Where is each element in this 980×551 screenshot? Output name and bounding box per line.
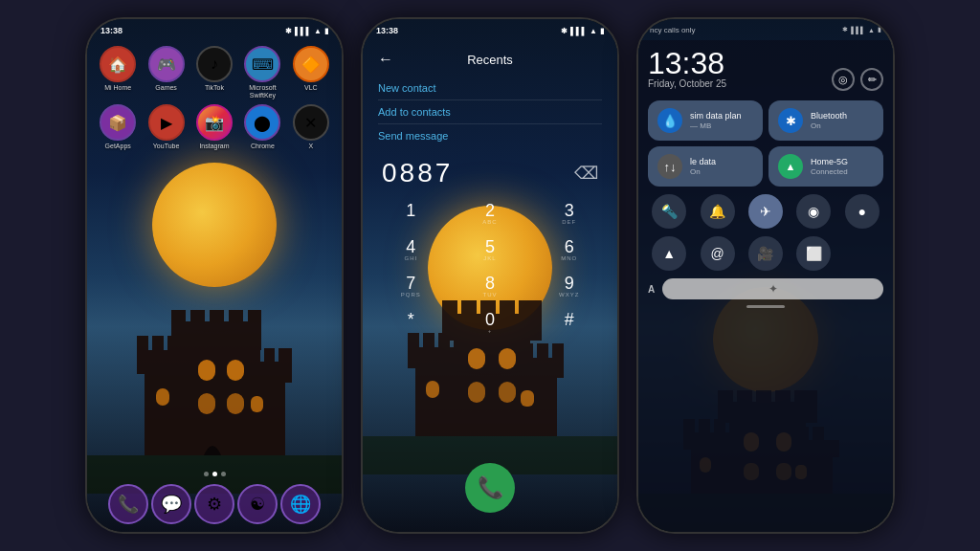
dial-key-star[interactable]: * xyxy=(372,305,450,340)
qs-toggle-flashlight[interactable]: 🔦 xyxy=(652,194,686,229)
svg-rect-9 xyxy=(137,350,198,374)
svg-rect-34 xyxy=(415,364,461,436)
app-swiftkey[interactable]: ⌨ Microsoft SwiftKey xyxy=(241,46,283,99)
dial-key-5[interactable]: 5 JKL xyxy=(452,232,529,267)
qs-toggles-row1: 🔦 🔔 ✈ ◉ ● xyxy=(648,194,883,229)
dial-key-3[interactable]: 3 DEF xyxy=(530,196,608,231)
call-button-container: 📞 xyxy=(363,463,617,513)
svg-rect-5 xyxy=(210,310,224,324)
battery-icon-dialer: ▮ xyxy=(600,27,604,35)
bluetooth-icon-dialer: ✱ xyxy=(561,27,568,35)
dial-key-9[interactable]: 9 WXYZ xyxy=(530,269,608,303)
svg-rect-10 xyxy=(137,336,148,353)
dialer-contacts: New contact Add to contacts Send message xyxy=(363,77,617,147)
qs-tile-data-plan[interactable]: 💧 sim data plan — MB xyxy=(648,100,763,141)
dial-key-6[interactable]: 6 MNO xyxy=(530,232,608,267)
svg-rect-24 xyxy=(156,388,169,406)
dial-key-hash[interactable]: # xyxy=(530,305,608,340)
svg-rect-23 xyxy=(227,393,244,414)
dialer-title: Recents xyxy=(467,53,513,67)
signal-icon-dialer: ▌▌▌ xyxy=(570,27,587,35)
qs-toggle-location[interactable]: ▲ xyxy=(652,236,686,271)
qs-toggles-row2: ▲ @ 🎥 ⬜ xyxy=(648,236,883,271)
call-button[interactable]: 📞 xyxy=(465,463,515,513)
app-x[interactable]: ✕ X xyxy=(290,104,332,150)
brightness-sun-icon: ✦ xyxy=(768,282,778,296)
dock: 📞 💬 ⚙ ☯ 🌐 xyxy=(106,484,323,524)
qs-status-icons: ✱ ▌▌▌ ▲ ▮ xyxy=(842,26,881,33)
svg-rect-19 xyxy=(278,348,292,364)
qs-toggle-eye[interactable]: ◉ xyxy=(796,194,831,229)
qs-tiles: 💧 sim data plan — MB ✱ Bluetooth On ↑↓ xyxy=(648,100,883,187)
qs-tile-mobile-icon: ↑↓ xyxy=(657,154,682,179)
app-getapps[interactable]: 📦 GetApps xyxy=(97,104,139,150)
dot-2 xyxy=(212,472,217,476)
brightness-slider[interactable]: ✦ xyxy=(662,278,883,299)
dial-key-0[interactable]: 0 + xyxy=(452,305,529,340)
qs-toggle-dnd[interactable]: 🔔 xyxy=(701,194,735,229)
svg-rect-8 xyxy=(145,369,190,455)
svg-rect-35 xyxy=(408,347,469,368)
app-games[interactable]: 🎮 Games xyxy=(145,46,187,99)
svg-rect-47 xyxy=(468,382,485,403)
dial-key-7[interactable]: 7 PQRS xyxy=(372,269,450,303)
bluetooth-icon-qs: ✱ xyxy=(842,26,848,33)
battery-icon: ▮ xyxy=(324,27,328,35)
dock-app4[interactable]: ☯ xyxy=(237,484,278,524)
status-bar-home: 13:38 ✱ ▌▌▌ ▲ ▮ xyxy=(87,19,342,42)
app-vlc[interactable]: 🔶 VLC xyxy=(290,46,332,99)
svg-rect-39 xyxy=(513,374,557,436)
status-bar-qs: ncy calls only ✱ ▌▌▌ ▲ ▮ xyxy=(638,19,893,40)
svg-rect-49 xyxy=(426,381,439,398)
dial-key-2[interactable]: 2 ABC xyxy=(452,196,529,231)
add-to-contacts-action[interactable]: Add to contacts xyxy=(378,100,602,124)
app-chrome[interactable]: ⬤ Chrome xyxy=(241,104,283,150)
dock-settings[interactable]: ⚙ xyxy=(194,484,234,524)
dial-key-4[interactable]: 4 GHI xyxy=(372,232,450,267)
svg-rect-21 xyxy=(227,360,244,381)
qs-emergency-notice: ncy calls only xyxy=(650,26,696,34)
dial-key-8[interactable]: 8 TUV xyxy=(452,269,529,303)
phone-home: 13:38 ✱ ▌▌▌ ▲ ▮ 🏠 Mi Home 🎮 Games ♪ TikT… xyxy=(85,17,344,534)
qs-settings-icon[interactable]: ✏ xyxy=(860,68,883,91)
qs-toggle-bt2[interactable]: ● xyxy=(845,194,880,229)
quick-settings-panel: 13:38 Friday, October 25 ◎ ✏ 💧 sim data … xyxy=(638,40,893,532)
new-contact-action[interactable]: New contact xyxy=(378,77,602,100)
qs-tile-bluetooth[interactable]: ✱ Bluetooth On xyxy=(768,100,883,141)
qs-toggle-camera[interactable]: 🎥 xyxy=(748,236,783,271)
svg-rect-22 xyxy=(198,393,215,414)
dock-phone[interactable]: 📞 xyxy=(108,484,148,524)
svg-rect-4 xyxy=(190,310,205,324)
qs-tile-bt-text: Bluetooth On xyxy=(811,111,874,130)
brightness-label: A xyxy=(648,284,655,295)
qs-toggle-screen[interactable]: ⬜ xyxy=(796,236,831,271)
app-youtube[interactable]: ▶ YouTube xyxy=(145,104,187,150)
dock-messages[interactable]: 💬 xyxy=(151,484,191,524)
svg-rect-7 xyxy=(248,310,261,324)
svg-rect-42 xyxy=(522,343,533,360)
qs-tile-mobile-data[interactable]: ↑↓ le data On xyxy=(648,146,763,187)
dial-key-1[interactable]: 1 xyxy=(372,196,450,231)
svg-rect-50 xyxy=(521,390,534,407)
app-tiktok[interactable]: ♪ TikTok xyxy=(193,46,235,99)
qs-toggle-at[interactable]: @ xyxy=(701,236,735,271)
backspace-button[interactable]: ⌫ xyxy=(574,163,598,184)
wifi-icon: ▲ xyxy=(314,27,322,35)
app-instagram[interactable]: 📸 Instagram xyxy=(193,104,235,150)
dot-3 xyxy=(221,472,226,476)
castle-home xyxy=(87,187,342,494)
dock-browser[interactable]: 🌐 xyxy=(280,484,321,524)
qs-toggle-empty xyxy=(845,236,880,271)
qs-tile-wifi[interactable]: ▲ Home-5G Connected xyxy=(768,146,883,187)
bluetooth-icon: ✱ xyxy=(285,27,292,35)
send-message-action[interactable]: Send message xyxy=(378,124,602,147)
status-time-dialer: 13:38 xyxy=(376,26,398,35)
app-mi-home[interactable]: 🏠 Mi Home xyxy=(97,46,139,99)
qs-toggle-airplane[interactable]: ✈ xyxy=(748,194,783,229)
qs-edit-icon[interactable]: ◎ xyxy=(832,68,855,91)
back-button[interactable]: ← xyxy=(378,51,393,68)
page-dots xyxy=(87,472,342,476)
qs-tile-wifi-text: Home-5G Connected xyxy=(811,157,874,176)
qs-header-icons: ◎ ✏ xyxy=(832,68,883,91)
qs-clock-block: 13:38 Friday, October 25 xyxy=(648,48,726,93)
